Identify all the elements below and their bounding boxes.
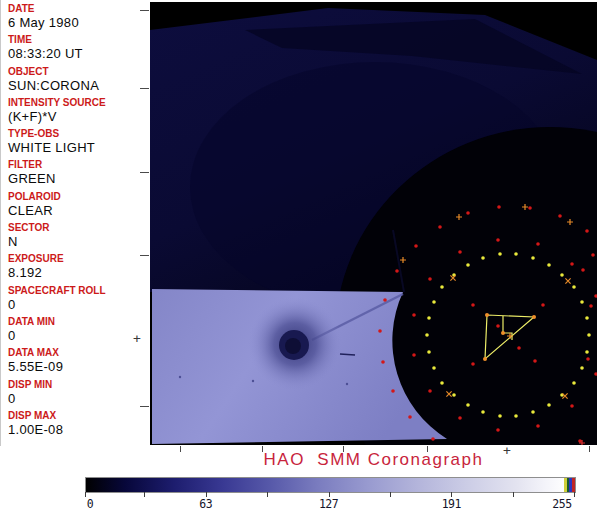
red-fiducial-dot: [381, 360, 385, 364]
colorbar-tick-label: 191: [442, 497, 461, 511]
left-frame-tick: [140, 255, 149, 256]
colorbar-red-stripe: [572, 478, 575, 492]
yellow-fiducial-dot: [585, 350, 589, 354]
field-value: WHITE LIGHT: [8, 140, 148, 156]
yellow-fiducial-dot: [572, 381, 576, 385]
metadata-panel: DATE6 May 1980TIME08:33:20 UTOBJECTSUN:C…: [0, 0, 148, 446]
yellow-fiducial-dot: [466, 403, 470, 407]
yellow-fiducial-dot: [580, 366, 584, 370]
red-fiducial-dot: [458, 250, 462, 254]
metadata-field: INTENSITY SOURCE(K+F)*V: [8, 97, 148, 128]
metadata-field: TYPE-OBSWHITE LIGHT: [8, 128, 148, 159]
yellow-fiducial-dot: [481, 410, 485, 414]
yellow-fiducial-dot: [440, 381, 444, 385]
yellow-fiducial-dot: [531, 256, 535, 260]
pylon-core: [285, 338, 301, 354]
field-label: POLAROID: [8, 191, 148, 203]
yellow-fiducial-dot: [514, 414, 518, 418]
field-value: 8.192: [8, 265, 148, 281]
metadata-field: DISP MIN0: [8, 379, 148, 410]
yellow-fiducial-dot: [547, 263, 551, 267]
red-fiducial-dot: [458, 416, 462, 420]
left-frame-tick: [140, 406, 149, 407]
red-fiducial-dot: [541, 303, 545, 307]
red-fiducial-dot: [533, 359, 537, 363]
yellow-fiducial-dot: [580, 300, 584, 304]
left-frame-tick: [140, 172, 149, 173]
coronagraph-viewer: DATE6 May 1980TIME08:33:20 UTOBJECTSUN:C…: [0, 0, 600, 512]
red-fiducial-dot: [383, 298, 387, 302]
speck: [252, 380, 254, 382]
yellow-fiducial-dot: [427, 316, 431, 320]
yellow-fiducial-dot: [432, 300, 436, 304]
colorbar-tick-label: 63: [199, 497, 212, 511]
red-fiducial-dot: [414, 244, 418, 248]
image-title: HAO SMM Coronagraph: [150, 450, 597, 470]
metadata-field: SECTORN: [8, 222, 148, 253]
red-fiducial-dot: [570, 404, 574, 408]
yellow-fiducial-dot: [481, 256, 485, 260]
speck: [179, 376, 181, 378]
red-fiducial-dot: [438, 225, 442, 229]
field-label: EXPOSURE: [8, 253, 148, 265]
metadata-field: TIME08:33:20 UT: [8, 34, 148, 65]
field-label: DATA MAX: [8, 347, 148, 359]
field-value: 1.00E-08: [8, 422, 148, 438]
red-fiducial-dot: [471, 303, 475, 307]
field-label: SPACECRAFT ROLL: [8, 285, 148, 297]
red-fiducial-dot: [558, 214, 562, 218]
red-fiducial-dot: [428, 277, 432, 281]
red-fiducial-dot: [528, 206, 532, 210]
polygon-vertex-dot: [532, 315, 536, 319]
yellow-fiducial-dot: [498, 252, 502, 256]
yellow-fiducial-dot: [466, 263, 470, 267]
field-value: 5.55E-09: [8, 359, 148, 375]
yellow-fiducial-dot: [531, 410, 535, 414]
red-fiducial-dot: [496, 238, 500, 242]
colorbar: [85, 477, 576, 493]
defect-dash: [340, 354, 355, 355]
red-fiducial-dot: [431, 437, 435, 441]
colorbar-labels: 063127191255: [85, 497, 574, 511]
field-label: INTENSITY SOURCE: [8, 97, 148, 109]
yellow-fiducial-dot: [432, 366, 436, 370]
field-value: 08:33:20 UT: [8, 46, 148, 62]
red-fiducial-dot: [497, 205, 501, 209]
field-value: 0: [8, 328, 148, 344]
red-fiducial-dot: [536, 424, 540, 428]
red-fiducial-dot: [496, 324, 500, 328]
colorbar-tick-label: 0: [87, 497, 93, 511]
yellow-fiducial-dot: [560, 273, 564, 277]
left-frame-tick: [140, 10, 149, 11]
field-value: (K+F)*V: [8, 109, 148, 125]
field-label: TIME: [8, 34, 148, 46]
field-label: DATA MIN: [8, 316, 148, 328]
polygon-vertex-dot: [483, 357, 487, 361]
yellow-fiducial-dot: [547, 403, 551, 407]
red-fiducial-dot: [428, 389, 432, 393]
metadata-field: EXPOSURE8.192: [8, 253, 148, 284]
metadata-field: FILTERGREEN: [8, 159, 148, 190]
field-label: SECTOR: [8, 222, 148, 234]
metadata-field: DATA MAX5.55E-09: [8, 347, 148, 378]
left-frame-tick: [140, 88, 149, 89]
yellow-fiducial-dot: [587, 333, 591, 337]
red-fiducial-dot: [589, 304, 593, 308]
red-fiducial-dot: [496, 428, 500, 432]
red-fiducial-dot: [517, 346, 521, 350]
coronagraph-canvas: [150, 2, 597, 445]
red-fiducial-dot: [412, 353, 416, 357]
field-value: 6 May 1980: [8, 15, 148, 31]
yellow-fiducial-dot: [452, 393, 456, 397]
red-fiducial-dot: [395, 269, 399, 273]
red-fiducial-dot: [570, 262, 574, 266]
red-fiducial-dot: [578, 439, 582, 443]
red-fiducial-dot: [536, 242, 540, 246]
yellow-fiducial-dot: [498, 414, 502, 418]
speck: [346, 383, 348, 385]
field-value: CLEAR: [8, 203, 148, 219]
colorbar-tick-label: 255: [552, 497, 571, 511]
yellow-fiducial-dot: [440, 285, 444, 289]
field-label: DISP MIN: [8, 379, 148, 391]
colorbar-tick-label: 127: [319, 497, 338, 511]
